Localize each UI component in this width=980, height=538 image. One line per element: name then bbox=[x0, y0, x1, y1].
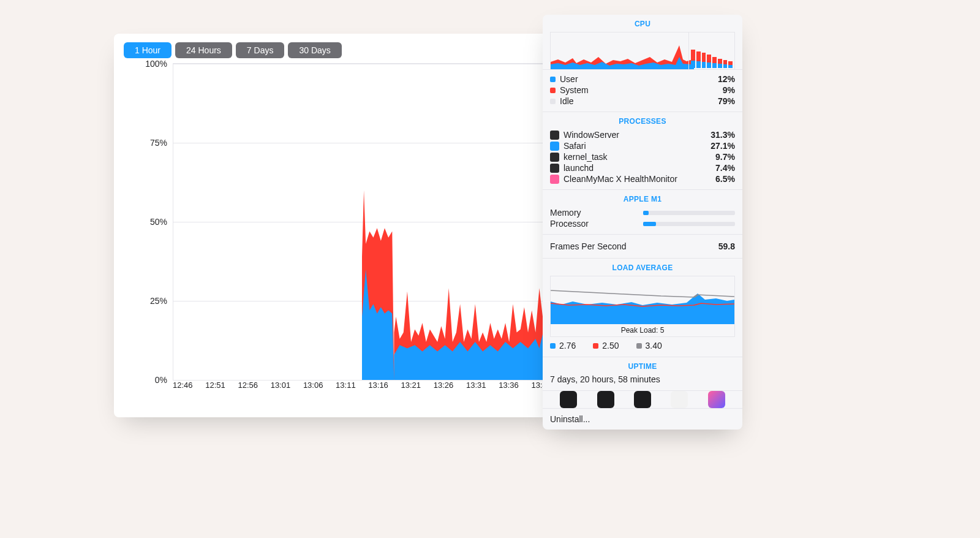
xlabel: 13:26 bbox=[434, 381, 454, 393]
swatch-5min bbox=[593, 343, 598, 349]
load-heading: LOAD AVERAGE bbox=[550, 259, 735, 276]
cpu-core-bar bbox=[696, 51, 701, 68]
processes-heading: PROCESSES bbox=[550, 112, 735, 129]
legend-value: 9% bbox=[723, 85, 735, 95]
process-icon bbox=[550, 175, 559, 184]
xlabel: 13:06 bbox=[303, 381, 323, 393]
legend-label: System bbox=[560, 85, 589, 95]
range-24h[interactable]: 24 Hours bbox=[175, 42, 232, 58]
pressure-row: Memory bbox=[550, 207, 735, 218]
cpu-core-bar bbox=[691, 50, 695, 68]
istats-icon[interactable] bbox=[708, 391, 725, 408]
user-area bbox=[173, 64, 551, 380]
process-name: WindowServer bbox=[564, 130, 619, 140]
process-value: 27.1% bbox=[710, 141, 735, 151]
xlabel: 13:01 bbox=[271, 381, 291, 393]
load-average-chart[interactable] bbox=[550, 276, 735, 324]
process-name: launchd bbox=[564, 163, 594, 173]
process-name: Safari bbox=[564, 141, 586, 151]
fps-row: Frames Per Second 59.8 bbox=[550, 241, 735, 252]
stats-sidebar: CPU User 12% System 9% Idle 79% PROCESSE… bbox=[543, 15, 742, 430]
system-info-icon[interactable] bbox=[671, 391, 688, 408]
process-value: 9.7% bbox=[715, 152, 735, 162]
legend-label: User bbox=[560, 74, 578, 84]
load-5min: 2.50 bbox=[602, 341, 619, 350]
cpu-core-bar bbox=[707, 55, 711, 68]
ylabel: 0% bbox=[155, 375, 167, 385]
process-row[interactable]: launchd7.4% bbox=[550, 162, 735, 173]
ylabel: 100% bbox=[145, 59, 167, 69]
pressure-label: Memory bbox=[550, 208, 581, 218]
range-7d[interactable]: 7 Days bbox=[236, 42, 285, 58]
process-row[interactable]: kernel_task9.7% bbox=[550, 151, 735, 162]
fps-label: Frames Per Second bbox=[550, 241, 627, 251]
xlabel: 13:36 bbox=[499, 381, 519, 393]
cpu-core-bar bbox=[728, 61, 733, 68]
pressure-row: Processor bbox=[550, 218, 735, 229]
swatch-1min bbox=[550, 343, 556, 349]
terminal-icon[interactable] bbox=[634, 391, 651, 408]
xlabel: 13:11 bbox=[336, 381, 356, 393]
console-icon[interactable] bbox=[597, 391, 614, 408]
swatch-15min bbox=[636, 343, 642, 349]
pressure-track bbox=[643, 222, 735, 226]
time-range-segmented: 1 Hour 24 Hours 7 Days 30 Days bbox=[124, 42, 342, 58]
xlabel: 12:56 bbox=[238, 381, 258, 393]
cpu-history-chart: 100% 75% 50% 25% 0% bbox=[173, 63, 551, 381]
process-row[interactable]: Safari27.1% bbox=[550, 140, 735, 151]
pressure-fill bbox=[643, 222, 656, 226]
swatch-idle bbox=[550, 99, 556, 104]
swatch-system bbox=[550, 88, 556, 93]
fps-value: 59.8 bbox=[718, 241, 735, 251]
process-row[interactable]: CleanMyMac X HealthMonitor6.5% bbox=[550, 173, 735, 184]
m1-heading: APPLE M1 bbox=[550, 190, 735, 207]
range-1h[interactable]: 1 Hour bbox=[124, 42, 172, 58]
peak-load: Peak Load: 5 bbox=[550, 324, 735, 337]
process-value: 6.5% bbox=[715, 174, 735, 184]
pressure-track bbox=[643, 211, 735, 215]
legend-row: Idle 79% bbox=[550, 96, 735, 107]
cpu-core-bar bbox=[718, 59, 722, 68]
activity-monitor-icon[interactable] bbox=[560, 391, 577, 408]
process-row[interactable]: WindowServer31.3% bbox=[550, 129, 735, 140]
cpu-core-bar bbox=[712, 57, 717, 68]
legend-value: 79% bbox=[718, 96, 735, 106]
process-icon bbox=[550, 164, 559, 173]
xlabel: 13:31 bbox=[466, 381, 486, 393]
cpu-core-bars bbox=[688, 32, 734, 69]
uninstall-button[interactable]: Uninstall... bbox=[543, 408, 742, 430]
legend-value: 12% bbox=[718, 74, 735, 84]
uptime-heading: UPTIME bbox=[550, 357, 735, 374]
process-icon bbox=[550, 131, 559, 140]
cpu-core-bar bbox=[702, 53, 706, 68]
quick-launch-bar bbox=[543, 390, 742, 408]
range-30d[interactable]: 30 Days bbox=[288, 42, 341, 58]
ylabel: 25% bbox=[150, 296, 167, 306]
load-legend: 2.76 2.50 3.40 bbox=[543, 337, 742, 357]
xlabel: 13:16 bbox=[368, 381, 388, 393]
load-15min: 3.40 bbox=[646, 341, 662, 350]
xlabel: 13:21 bbox=[401, 381, 421, 393]
process-icon bbox=[550, 153, 559, 162]
process-name: CleanMyMac X HealthMonitor bbox=[564, 174, 677, 184]
legend-row: System 9% bbox=[550, 85, 735, 96]
cpu-history-window: 1 Hour 24 Hours 7 Days 30 Days 100% 75% … bbox=[114, 34, 562, 417]
pressure-label: Processor bbox=[550, 219, 589, 229]
pressure-fill bbox=[643, 211, 649, 215]
cpu-heading: CPU bbox=[543, 15, 742, 32]
xlabel: 12:51 bbox=[205, 381, 225, 393]
swatch-user bbox=[550, 77, 556, 82]
ylabel: 75% bbox=[150, 138, 167, 148]
load-1min: 2.76 bbox=[559, 341, 576, 350]
legend-row: User 12% bbox=[550, 74, 735, 85]
process-name: kernel_task bbox=[564, 152, 608, 162]
cpu-mini-chart[interactable] bbox=[550, 32, 735, 69]
process-icon bbox=[550, 142, 559, 151]
process-value: 31.3% bbox=[710, 130, 735, 140]
cpu-core-bar bbox=[723, 60, 728, 68]
legend-label: Idle bbox=[560, 96, 574, 106]
xlabel: 12:46 bbox=[173, 381, 193, 393]
uptime-value: 7 days, 20 hours, 58 minutes bbox=[550, 374, 735, 390]
process-value: 7.4% bbox=[715, 163, 735, 173]
ylabel: 50% bbox=[150, 217, 167, 227]
